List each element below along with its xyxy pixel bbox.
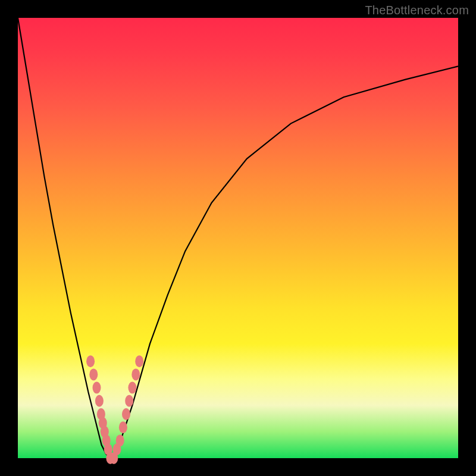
marker-dot xyxy=(135,355,143,367)
marker-dot xyxy=(116,434,124,446)
marker-dot xyxy=(86,355,95,367)
marker-dot xyxy=(89,368,98,380)
marker-dot xyxy=(93,382,101,394)
marker-dot xyxy=(119,421,127,433)
chart-svg xyxy=(18,18,458,458)
bottleneck-curve-right xyxy=(110,66,458,458)
marker-dot xyxy=(128,382,136,394)
marker-dot xyxy=(131,368,140,380)
marker-dot xyxy=(122,408,130,420)
marker-dot xyxy=(125,395,133,407)
marker-cluster xyxy=(86,355,143,464)
watermark-text: TheBottleneck.com xyxy=(365,4,469,17)
marker-dot xyxy=(95,395,104,407)
chart-stage: TheBottleneck.com xyxy=(0,0,476,476)
plot-area xyxy=(18,18,458,458)
